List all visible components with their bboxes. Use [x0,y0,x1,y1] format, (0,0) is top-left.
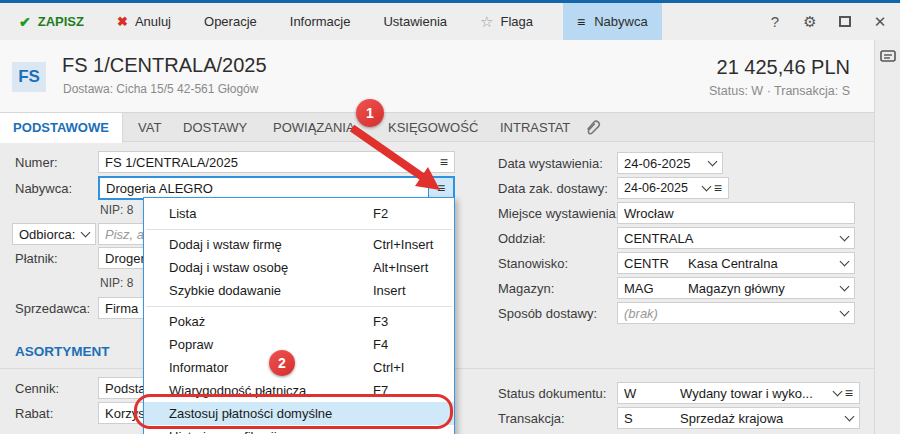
context-panel-button-nabywca[interactable]: ≡ Nabywca [563,3,662,40]
tab-podstawowe[interactable]: PODSTAWOWE [0,113,123,143]
menu-information-label: Informacje [290,14,351,29]
nabywca-label: Nabywca: [15,178,72,200]
numer-label: Numer: [15,152,58,174]
stanowisko-field[interactable]: CENTR Kasa Centralna [617,252,855,274]
data-zak-dostawy-label: Data zak. dostawy: [498,178,608,200]
miejsce-wystawienia-field[interactable]: Wrocław [617,202,855,224]
data-wystawienia-value: 24-06-2025 [624,156,705,171]
chevron-down-icon[interactable] [845,411,855,421]
sposob-dostawy-field[interactable]: (brak) [617,302,855,324]
status-dokumentu-name: Wydany towar i wyko... [680,386,830,401]
transakcja-code: S [624,411,676,426]
close-button[interactable]: ✕ [870,13,890,31]
help-button[interactable]: ? [765,13,785,30]
menu-item-label: Dodaj i wstaw firmę [169,237,282,252]
cancel-button-label: Anuluj [135,14,171,29]
comment-icon[interactable] [880,50,896,65]
status-dokumentu-code: W [624,386,676,401]
maximize-button[interactable] [835,13,855,30]
invoice-window: ✔ ZAPISZ ✖ Anuluj Operacje Informacje Us… [0,0,900,434]
section-title-asortyment: ASORTYMENT [15,344,110,359]
chevron-down-icon[interactable] [840,281,850,291]
menu-item-label: Popraw [169,337,213,352]
menu-item-shortcut: F4 [373,333,388,356]
tab-ksiegowosc[interactable]: KSIĘGOWOŚĆ [388,113,478,142]
save-button[interactable]: ✔ ZAPISZ [16,3,87,40]
settings-gear-button[interactable]: ⚙ [800,13,820,31]
chevron-down-icon[interactable] [708,156,718,166]
menu-item-dodaj-osobe[interactable]: Dodaj i wstaw osobę Alt+Insert [144,256,454,279]
menu-item-label: Pokaż [169,314,205,329]
numer-field[interactable]: FS 1/CENTRALA/2025 ≡ [98,151,455,173]
nabywca-nip: NIP: 8 [100,200,133,220]
menu-item-shortcut: Ctrl+Insert [373,233,433,256]
document-header: FS FS 1/CENTRALA/2025 Dostawa: Cicha 15/… [0,40,874,112]
magazyn-code: MAG [624,281,684,296]
sposob-dostawy-label: Sposób dostawy: [498,303,597,325]
data-zak-menu-icon[interactable]: ≡ [714,181,722,195]
menu-item-shortcut: F2 [373,202,388,225]
tab-intrastat[interactable]: INTRASTAT [500,113,570,142]
platnik-nip: NIP: 8 [100,273,133,293]
odbiorca-type-select[interactable]: Odbiorca: [12,223,96,245]
cross-icon: ✖ [117,14,128,29]
miejsce-wystawienia-label: Miejsce wystawienia: [498,203,619,225]
menu-item-lista[interactable]: Lista F2 [144,202,454,225]
chevron-down-icon[interactable] [701,181,711,191]
oddzial-label: Oddział: [498,228,546,250]
flag-button[interactable]: ☆ Flaga [477,3,536,40]
menu-item-informator[interactable]: Informator Ctrl+I [144,356,454,379]
menu-operations[interactable]: Operacje [201,3,260,40]
delivery-address: Dostawa: Cicha 15/5 42-561 Głogów [63,82,258,96]
magazyn-label: Magazyn: [498,278,554,300]
star-icon: ☆ [480,13,493,31]
cancel-button[interactable]: ✖ Anuluj [114,3,174,40]
menu-item-label: Informator [169,360,228,375]
stanowisko-label: Stanowisko: [498,253,568,275]
tab-dostawy[interactable]: DOSTAWY [183,113,247,142]
window-controls: ? ⚙ ✕ [765,3,890,40]
chevron-down-icon[interactable] [840,306,850,316]
menu-item-dodaj-firme[interactable]: Dodaj i wstaw firmę Ctrl+Insert [144,233,454,256]
menu-operations-label: Operacje [204,14,257,29]
tab-vat[interactable]: VAT [138,113,161,142]
menu-item-popraw[interactable]: Popraw F4 [144,333,454,356]
hamburger-icon: ≡ [577,14,585,30]
menu-settings[interactable]: Ustawienia [380,3,450,40]
cennik-label: Cennik: [15,378,59,400]
nabywca-menu-button[interactable]: ≡ [428,178,453,198]
menu-item-shortcut: Insert [373,279,406,302]
transakcja-field[interactable]: S Sprzedaż krajowa [617,407,860,429]
chevron-down-icon[interactable] [840,256,850,266]
chevron-down-icon[interactable] [840,231,850,241]
save-button-label: ZAPISZ [38,14,84,29]
transakcja-label: Transakcja: [498,408,565,430]
transakcja-name: Sprzedaż krajowa [680,411,842,426]
magazyn-field[interactable]: MAG Magazyn główny [617,277,855,299]
sprzedawca-label: Sprzedawca: [15,298,90,320]
chevron-down-icon [81,227,91,237]
status-dokumentu-field[interactable]: W Wydany towar i wyko... ≡ [617,382,860,404]
menu-item-pokaz[interactable]: Pokaż F3 [144,310,454,333]
nabywca-menu-icon: ≡ [437,181,445,195]
status-dokumentu-menu-icon[interactable]: ≡ [845,386,853,400]
tab-powiazania[interactable]: POWIĄZANIA [273,113,355,142]
menu-item-label: Lista [169,206,196,221]
oddzial-field[interactable]: CENTRALA [617,227,855,249]
data-wystawienia-field[interactable]: 24-06-2025 [617,152,723,174]
page-title: FS 1/CENTRALA/2025 [62,54,267,77]
oddzial-value: CENTRALA [624,231,837,246]
data-zak-dostawy-field[interactable]: 24-06-2025 ≡ [617,177,729,199]
menu-item-shortcut: Alt+Insert [373,256,428,279]
menu-item-label: Dodaj i wstaw osobę [169,260,288,275]
chevron-down-icon[interactable] [832,386,842,396]
stanowisko-name: Kasa Centralna [688,256,837,271]
paperclip-icon[interactable] [584,119,602,137]
data-wystawienia-label: Data wystawienia: [498,153,603,175]
platnik-label: Płatnik: [15,248,58,270]
menu-information[interactable]: Informacje [287,3,354,40]
menu-item-szybkie-dodawanie[interactable]: Szybkie dodawanie Insert [144,279,454,302]
rabat-label: Rabat: [15,403,53,425]
nabywca-value: Drogeria ALEGRO [106,181,424,196]
numer-menu-icon[interactable]: ≡ [440,155,448,169]
